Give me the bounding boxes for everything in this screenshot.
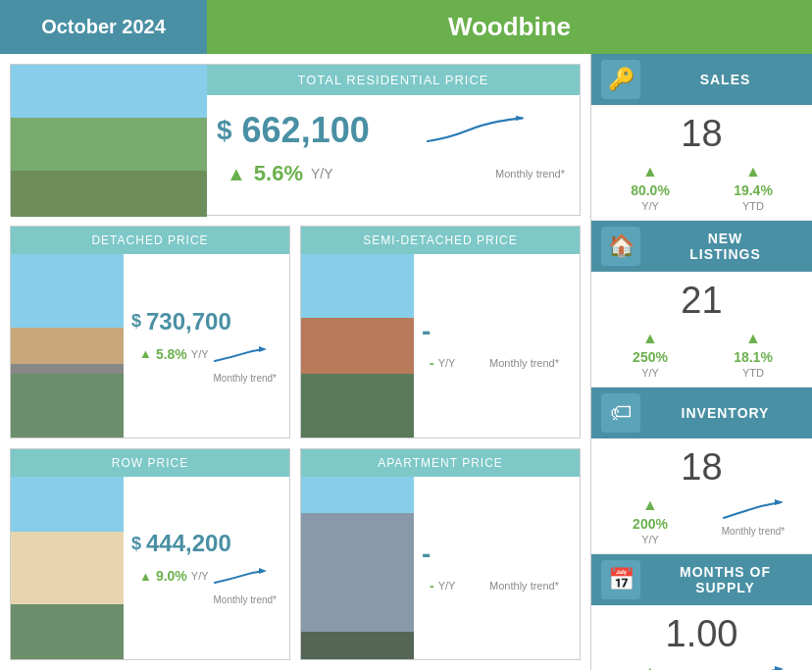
sales-yy-pct: 80.0% [631, 182, 670, 198]
inventory-yy-item: ▲ 200% Y/Y [601, 496, 699, 545]
header: October 2024 Woodbine [0, 0, 812, 54]
months-supply-footer: ▲ 66.7% Y/Y Monthly trend* [591, 659, 812, 670]
detached-image [11, 254, 124, 438]
listings-yy-label: Y/Y [641, 367, 659, 379]
apartment-yy: Y/Y [438, 580, 456, 592]
row-price-card: ROW PRICE $ 444,200 ▲ 9.0% Y/Y [10, 448, 290, 661]
total-res-trend-svg [380, 114, 570, 148]
sales-icon: 🔑 [601, 60, 640, 99]
inventory-yy-pct: 200% [633, 516, 668, 532]
supply-trend-item: Monthly trend* [704, 663, 802, 670]
svg-marker-3 [775, 499, 784, 505]
detached-header: DETACHED PRICE [11, 227, 289, 254]
total-res-body: $ 662,100 [207, 95, 580, 156]
sales-number: 18 [591, 105, 812, 159]
semi-detached-data: - - Y/Y Monthly trend* [414, 254, 580, 438]
main-content: TOTAL RESIDENTIAL PRICE $ 662,100 ▲ 5.6%… [0, 54, 812, 670]
inventory-trend-svg [722, 496, 786, 524]
semi-detached-header: SEMI-DETACHED PRICE [301, 227, 580, 254]
svg-marker-2 [259, 568, 267, 574]
new-listings-title: NEW LISTINGS [648, 231, 802, 262]
detached-footer: ▲ 5.8% Y/Y [131, 339, 281, 369]
row-footer: ▲ 9.0% Y/Y [131, 561, 281, 591]
months-supply-number: 1.00 [591, 605, 812, 659]
listings-yy-item: ▲ 250% Y/Y [601, 330, 699, 379]
row-body: $ 444,200 ▲ 9.0% Y/Y Monthly [11, 477, 289, 660]
sales-footer: ▲ 80.0% Y/Y ▲ 19.4% YTD [591, 159, 812, 220]
detached-dollar: $ [131, 311, 141, 332]
listings-yy-arrow: ▲ [642, 330, 658, 347]
detached-card: DETACHED PRICE $ 730,700 ▲ 5.8% Y/Y [10, 226, 290, 438]
semi-price: - [422, 316, 431, 347]
new-listings-block: 🏠 NEW LISTINGS 21 ▲ 250% Y/Y ▲ 18.1% YTD [591, 221, 812, 387]
semi-detached-card: SEMI-DETACHED PRICE - - Y/Y Monthly tren… [300, 226, 581, 438]
total-res-pct: 5.6% [254, 161, 303, 186]
inventory-trend-label: Monthly trend* [722, 526, 785, 537]
apartment-footer: - Y/Y Monthly trend* [422, 574, 572, 597]
inventory-yy-label: Y/Y [641, 534, 659, 545]
row-data: $ 444,200 ▲ 9.0% Y/Y Monthly [124, 477, 289, 660]
detached-price-line: $ 730,700 [131, 308, 281, 335]
header-date: October 2024 [0, 0, 207, 54]
sales-title: SALES [648, 72, 802, 87]
semi-trend-label: Monthly trend* [489, 357, 564, 369]
semi-footer: - Y/Y Monthly trend* [422, 351, 572, 375]
listings-ytd-item: ▲ 18.1% YTD [704, 330, 802, 379]
row-header: ROW PRICE [11, 449, 289, 477]
header-location: Woodbine [207, 0, 812, 54]
semi-yy: Y/Y [438, 357, 456, 369]
detached-arrow: ▲ [139, 346, 152, 361]
new-listings-footer: ▲ 250% Y/Y ▲ 18.1% YTD [591, 326, 812, 387]
semi-price-line: - [422, 316, 572, 347]
detached-price: 730,700 [146, 308, 231, 335]
row-trend-svg [213, 565, 267, 587]
listings-ytd-arrow: ▲ [745, 330, 761, 347]
inventory-number: 18 [591, 438, 812, 492]
bottom-price-grid: ROW PRICE $ 444,200 ▲ 9.0% Y/Y [10, 448, 581, 661]
sales-ytd-item: ▲ 19.4% YTD [704, 163, 802, 212]
total-res-trend-chart [380, 114, 570, 148]
sales-block: 🔑 SALES 18 ▲ 80.0% Y/Y ▲ 19.4% YTD [591, 54, 812, 221]
detached-pct: 5.8% [156, 346, 187, 362]
apartment-price: - [422, 539, 431, 570]
sales-ytd-arrow: ▲ [745, 163, 761, 180]
row-image [11, 477, 124, 660]
total-res-trend-label: Monthly trend* [495, 168, 570, 180]
total-res-price: 662,100 [242, 110, 370, 151]
middle-price-grid: DETACHED PRICE $ 730,700 ▲ 5.8% Y/Y [10, 226, 581, 438]
new-listings-header: 🏠 NEW LISTINGS [591, 221, 812, 272]
sales-yy-item: ▲ 80.0% Y/Y [601, 163, 699, 212]
apartment-card: APARTMENT PRICE - - Y/Y Monthly trend* [300, 448, 581, 661]
inventory-yy-arrow: ▲ [642, 496, 658, 514]
total-residential-card: TOTAL RESIDENTIAL PRICE $ 662,100 ▲ 5.6%… [10, 64, 581, 216]
left-content: TOTAL RESIDENTIAL PRICE $ 662,100 ▲ 5.6%… [0, 54, 590, 670]
inventory-header: 🏷 INVENTORY [591, 387, 812, 438]
row-trend-label: Monthly trend* [214, 594, 281, 605]
semi-pct: - [430, 355, 434, 371]
sales-yy-arrow: ▲ [642, 163, 658, 180]
row-price-line: $ 444,200 [131, 530, 281, 557]
inventory-block: 🏷 INVENTORY 18 ▲ 200% Y/Y Monthly trend* [591, 387, 812, 554]
sales-yy-label: Y/Y [641, 200, 659, 212]
total-res-info: TOTAL RESIDENTIAL PRICE $ 662,100 ▲ 5.6%… [207, 65, 580, 215]
months-supply-block: 📅 MONTHS OF SUPPLY 1.00 ▲ 66.7% Y/Y Mont… [591, 554, 812, 670]
detached-body: $ 730,700 ▲ 5.8% Y/Y Monthly [11, 254, 289, 438]
months-supply-title: MONTHS OF SUPPLY [648, 564, 802, 595]
supply-yy-item: ▲ 66.7% Y/Y [601, 663, 699, 670]
right-sidebar: 🔑 SALES 18 ▲ 80.0% Y/Y ▲ 19.4% YTD 🏠 [590, 54, 812, 670]
total-res-dollar: $ [217, 115, 232, 146]
listings-ytd-label: YTD [742, 367, 764, 379]
listings-yy-pct: 250% [633, 349, 668, 365]
inventory-icon: 🏷 [601, 393, 640, 433]
row-pct: 9.0% [156, 568, 187, 584]
months-supply-icon: 📅 [601, 560, 640, 599]
new-listings-icon: 🏠 [601, 227, 640, 266]
apartment-pct: - [430, 578, 434, 593]
sales-ytd-label: YTD [742, 200, 764, 212]
supply-yy-arrow: ▲ [642, 663, 658, 670]
total-res-footer: ▲ 5.6% Y/Y Monthly trend* [207, 156, 580, 194]
apartment-header: APARTMENT PRICE [301, 449, 580, 477]
apartment-price-line: - [422, 539, 572, 570]
inventory-title: INVENTORY [648, 405, 802, 421]
total-res-header: TOTAL RESIDENTIAL PRICE [207, 65, 580, 95]
